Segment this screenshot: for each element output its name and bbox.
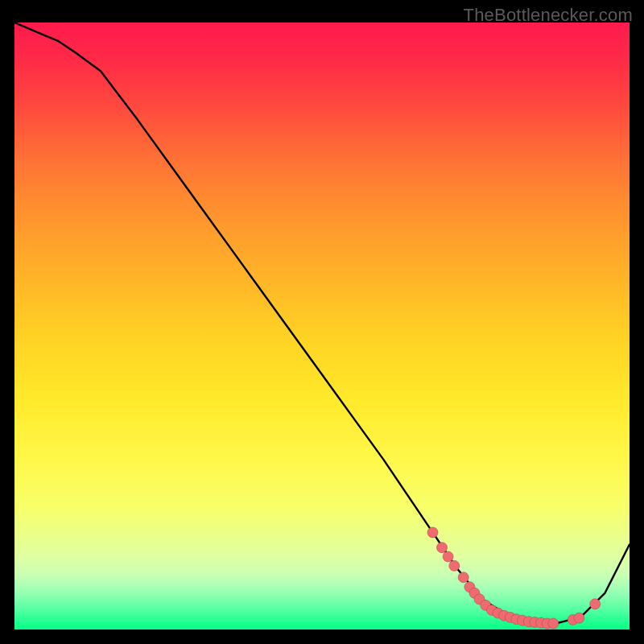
watermark-text: TheBottlenecker.com: [464, 5, 633, 26]
data-point: [427, 527, 438, 538]
plot-area: [14, 23, 630, 630]
marker-group: [427, 527, 601, 629]
data-point: [449, 560, 460, 571]
chart-frame: TheBottlenecker.com: [0, 0, 644, 644]
data-point: [548, 618, 559, 629]
data-point: [437, 543, 448, 553]
data-point: [443, 551, 453, 562]
data-point: [590, 599, 601, 609]
chart-svg: [14, 23, 630, 630]
data-point: [574, 613, 584, 623]
curve-line: [14, 23, 630, 624]
data-point: [458, 572, 469, 583]
